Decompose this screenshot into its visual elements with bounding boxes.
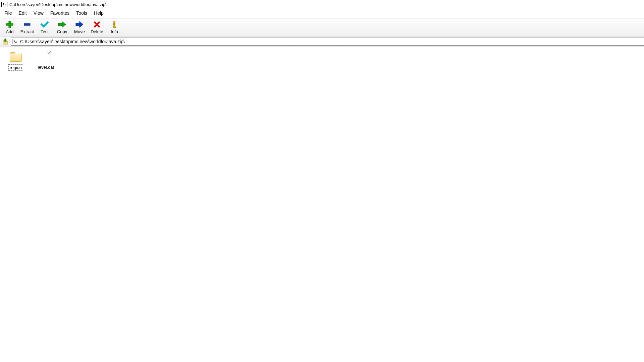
check-icon	[40, 20, 49, 28]
add-label: Add	[6, 29, 13, 34]
file-label: level.dat	[37, 64, 55, 70]
add-button[interactable]: Add	[1, 20, 18, 36]
arrow-right-blue-icon	[75, 20, 84, 28]
copy-label: Copy	[57, 29, 67, 34]
info-label: Info	[111, 29, 118, 34]
extract-button[interactable]: Extract	[19, 20, 36, 36]
toolbar: Add Extract Test Copy	[0, 18, 644, 37]
test-button[interactable]: Test	[36, 20, 53, 36]
svg-rect-1	[6, 23, 13, 25]
svg-marker-4	[76, 21, 83, 27]
up-folder-icon	[2, 38, 9, 45]
move-button[interactable]: Move	[71, 20, 88, 36]
delete-label: Delete	[91, 29, 103, 34]
menu-file[interactable]: File	[1, 9, 15, 17]
menu-help[interactable]: Help	[91, 9, 107, 17]
info-button[interactable]: Info	[106, 20, 123, 36]
plus-icon	[5, 20, 14, 28]
move-label: Move	[74, 29, 85, 34]
x-red-icon	[92, 20, 102, 28]
menu-tools[interactable]: Tools	[73, 9, 90, 17]
svg-rect-9	[113, 23, 115, 24]
svg-rect-10	[113, 27, 116, 28]
test-label: Test	[41, 29, 49, 34]
titlebar: 7z C:\Users\sayen\Desktop\mc new\worldfo…	[0, 0, 644, 9]
svg-rect-2	[24, 23, 30, 25]
svg-point-7	[114, 21, 115, 23]
menu-view[interactable]: View	[31, 9, 47, 17]
info-icon	[110, 20, 119, 28]
menubar: File Edit View Favorites Tools Help	[0, 9, 644, 18]
file-icon	[38, 50, 54, 64]
file-label: region	[8, 64, 23, 71]
window-title: C:\Users\sayen\Desktop\mc new\worldforJa…	[9, 2, 107, 7]
address-box: 7z	[11, 38, 644, 46]
list-item[interactable]: level.dat	[31, 49, 61, 72]
list-item[interactable]: region	[1, 49, 31, 72]
archive-icon: 7z	[12, 39, 18, 44]
menu-edit[interactable]: Edit	[16, 9, 30, 17]
delete-button[interactable]: Delete	[89, 20, 105, 36]
svg-marker-3	[58, 21, 66, 27]
up-button[interactable]	[1, 38, 9, 46]
menu-favorites[interactable]: Favorites	[47, 9, 73, 17]
address-input[interactable]	[20, 39, 644, 44]
arrow-right-green-icon	[57, 20, 67, 28]
minus-icon	[22, 20, 32, 28]
file-list[interactable]: region level.dat	[0, 47, 644, 362]
addressbar-row: 7z	[0, 37, 644, 47]
folder-icon	[8, 50, 24, 64]
app-icon: 7z	[1, 2, 7, 7]
extract-label: Extract	[20, 29, 34, 34]
copy-button[interactable]: Copy	[54, 20, 70, 36]
